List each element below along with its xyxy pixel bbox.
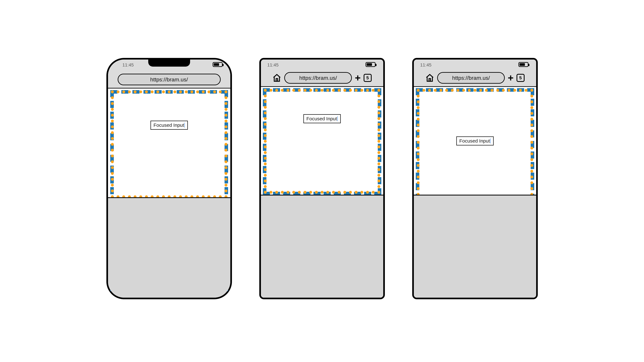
new-tab-icon[interactable]: + xyxy=(355,73,360,83)
url-bar[interactable]: https://bram.us/ xyxy=(284,72,352,84)
url-row: https://bram.us/ xyxy=(108,74,230,85)
phone-right: 11:45 https://bram.us/ + 5 xyxy=(412,58,538,299)
viewport-content: Focused Input xyxy=(261,87,383,298)
home-icon[interactable] xyxy=(272,73,281,82)
new-tab-icon[interactable]: + xyxy=(508,73,514,83)
virtual-keyboard xyxy=(108,197,230,298)
visual-viewport-outline xyxy=(111,90,228,198)
focused-input[interactable]: Focused Input xyxy=(303,114,340,123)
url-bar[interactable]: https://bram.us/ xyxy=(118,74,221,85)
battery-icon xyxy=(518,62,528,67)
home-icon[interactable] xyxy=(425,73,434,82)
virtual-keyboard xyxy=(261,195,383,298)
input-label: Focused Input xyxy=(459,138,490,144)
text-caret xyxy=(337,116,338,121)
url-bar[interactable]: https://bram.us/ xyxy=(437,72,505,84)
virtual-keyboard xyxy=(414,195,536,298)
diagram-stage: 11:45 https://bram.us/ Focused Input 11:… xyxy=(0,0,644,362)
url-row: https://bram.us/ + 5 xyxy=(414,72,536,84)
focused-input[interactable]: Focused Input xyxy=(150,121,188,130)
browser-chrome: 11:45 https://bram.us/ xyxy=(108,59,230,88)
viewport-content: Focused Input xyxy=(414,87,536,298)
tab-count-value: 5 xyxy=(366,75,369,80)
phone-left: 11:45 https://bram.us/ Focused Input xyxy=(106,58,232,299)
device-notch xyxy=(148,58,190,67)
input-label: Focused Input xyxy=(154,122,184,128)
battery-icon xyxy=(366,62,376,67)
text-caret xyxy=(490,138,490,143)
tab-count-button[interactable]: 5 xyxy=(364,74,372,82)
url-text: https://bram.us/ xyxy=(150,76,188,83)
url-row: https://bram.us/ + 5 xyxy=(261,72,383,84)
status-time: 11:45 xyxy=(267,62,278,67)
layout-viewport-outline xyxy=(263,88,381,195)
status-time: 11:45 xyxy=(122,62,134,67)
focused-input[interactable]: Focused Input xyxy=(456,136,494,145)
status-time: 11:45 xyxy=(420,62,432,67)
battery-icon xyxy=(213,62,222,67)
browser-chrome: 11:45 https://bram.us/ + 5 xyxy=(261,59,383,87)
tab-count-value: 5 xyxy=(519,75,522,80)
url-text: https://bram.us/ xyxy=(299,75,337,81)
svg-rect-1 xyxy=(429,79,430,81)
browser-chrome: 11:45 https://bram.us/ + 5 xyxy=(414,59,536,87)
input-label: Focused Input xyxy=(306,116,337,121)
viewport-content: Focused Input xyxy=(108,88,230,298)
text-caret xyxy=(184,123,185,128)
phone-middle: 11:45 https://bram.us/ + 5 xyxy=(259,58,385,299)
visual-viewport-outline xyxy=(264,89,380,194)
svg-rect-0 xyxy=(276,79,278,81)
tab-count-button[interactable]: 5 xyxy=(516,74,524,82)
url-text: https://bram.us/ xyxy=(452,75,490,81)
